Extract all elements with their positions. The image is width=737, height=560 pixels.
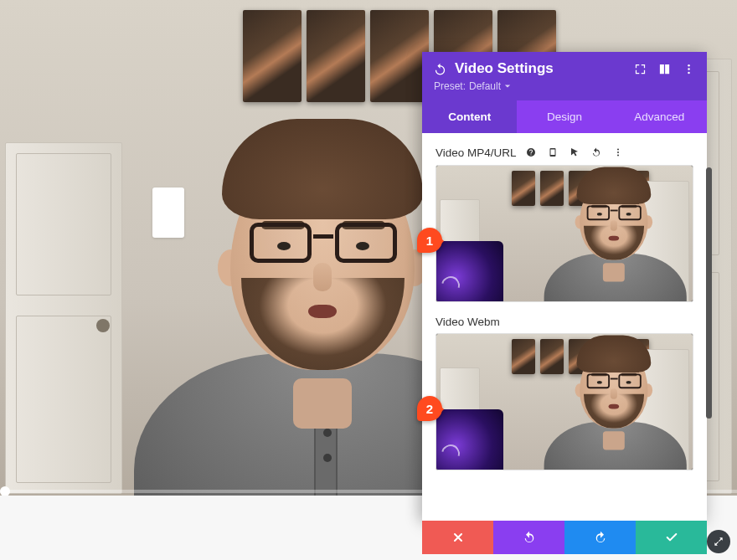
svg-point-3 bbox=[617, 149, 619, 151]
svg-point-1 bbox=[688, 68, 690, 70]
cancel-button[interactable] bbox=[422, 521, 493, 554]
field-more-icon[interactable] bbox=[611, 145, 626, 160]
redo-button[interactable] bbox=[564, 521, 636, 554]
back-icon[interactable] bbox=[434, 63, 446, 75]
tab-content[interactable]: Content bbox=[422, 100, 517, 133]
tab-design[interactable]: Design bbox=[517, 100, 611, 133]
chevron-down-icon bbox=[504, 83, 511, 90]
panel-title: Video Settings bbox=[455, 60, 626, 77]
tab-advanced[interactable]: Advanced bbox=[612, 100, 707, 133]
svg-point-4 bbox=[617, 152, 619, 153]
panel-scrollbar[interactable] bbox=[706, 167, 712, 419]
svg-point-5 bbox=[617, 155, 619, 157]
column-layout-icon[interactable] bbox=[658, 63, 671, 75]
expand-icon[interactable] bbox=[634, 63, 647, 75]
panel-body: Video MP4/URL bbox=[422, 133, 707, 521]
annotation-marker-2: 2 bbox=[417, 396, 442, 421]
webm-video-thumbnail[interactable] bbox=[436, 333, 693, 470]
annotation-number: 1 bbox=[426, 234, 433, 248]
reset-icon[interactable] bbox=[589, 145, 604, 160]
panel-header: Video Settings Preset: Default bbox=[422, 52, 707, 100]
field-label-webm: Video Webm bbox=[436, 316, 500, 328]
preset-selector[interactable]: Preset: Default bbox=[434, 80, 695, 92]
preset-label: Preset: bbox=[434, 80, 466, 92]
svg-point-0 bbox=[688, 64, 690, 66]
undo-icon bbox=[523, 531, 536, 544]
annotation-number: 2 bbox=[426, 402, 433, 416]
annotation-marker-1: 1 bbox=[417, 228, 442, 253]
phone-icon[interactable] bbox=[545, 145, 560, 160]
field-video-mp4: Video MP4/URL bbox=[436, 145, 693, 302]
progress-knob[interactable] bbox=[0, 486, 10, 496]
video-settings-panel: Video Settings Preset: Default Content D… bbox=[422, 52, 707, 521]
save-button[interactable] bbox=[636, 521, 707, 554]
field-label-mp4: Video MP4/URL bbox=[436, 146, 517, 159]
redo-icon bbox=[594, 531, 607, 544]
field-video-webm: Video Webm bbox=[436, 316, 693, 470]
settings-tabs: Content Design Advanced bbox=[422, 100, 707, 133]
mp4-video-thumbnail[interactable] bbox=[436, 165, 693, 302]
close-icon bbox=[451, 531, 465, 544]
svg-point-2 bbox=[688, 71, 690, 74]
undo-button[interactable] bbox=[493, 521, 564, 554]
check-icon bbox=[665, 531, 678, 544]
expand-diagonal-icon bbox=[713, 536, 724, 547]
page-expand-button[interactable] bbox=[707, 530, 730, 553]
more-icon[interactable] bbox=[683, 63, 695, 75]
preset-value: Default bbox=[469, 80, 501, 92]
cursor-icon[interactable] bbox=[567, 145, 582, 160]
panel-footer bbox=[422, 521, 707, 554]
help-icon[interactable] bbox=[523, 145, 539, 160]
